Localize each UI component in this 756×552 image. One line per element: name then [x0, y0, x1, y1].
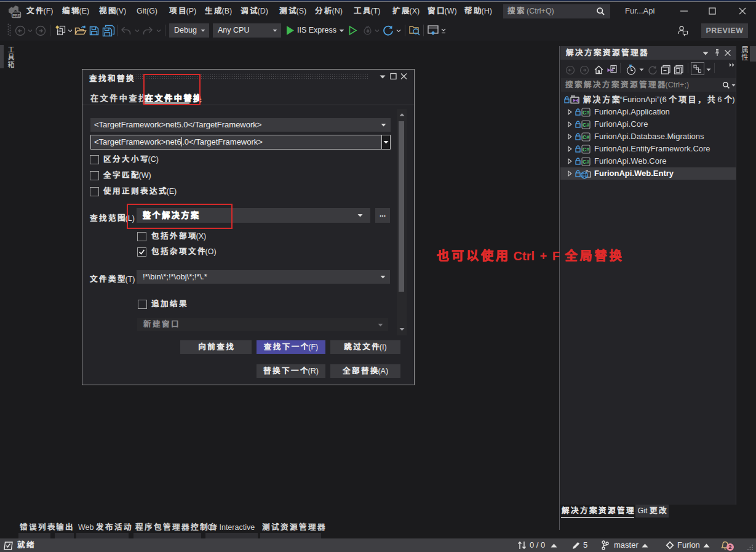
svg-text:C#: C# [583, 159, 589, 165]
svg-text:PRE: PRE [12, 13, 20, 17]
svg-text:C#: C# [583, 110, 589, 116]
svg-text:C#: C# [583, 122, 589, 128]
svg-text:C#: C# [583, 146, 589, 153]
svg-text:C#: C# [583, 134, 589, 140]
